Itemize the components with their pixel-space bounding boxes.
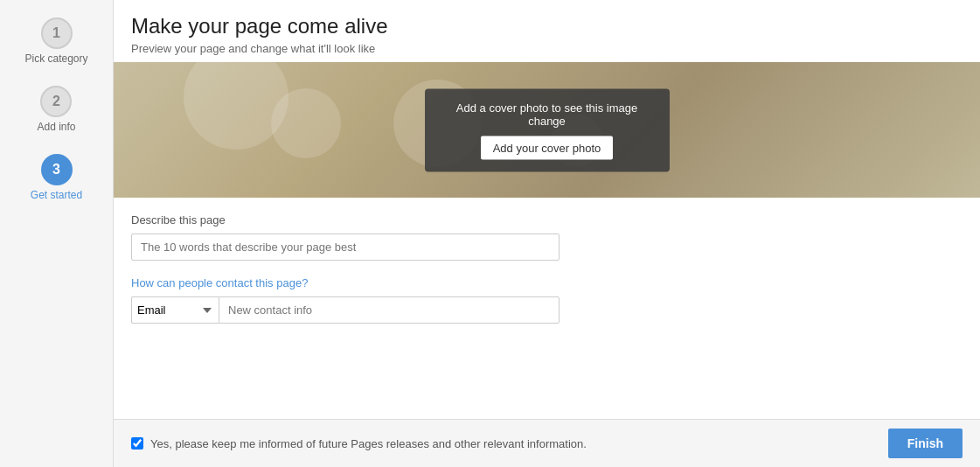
step-3[interactable]: 3 Get started [31, 154, 82, 201]
contact-input[interactable] [219, 296, 560, 324]
describe-input[interactable] [131, 234, 560, 261]
finish-button[interactable]: Finish [888, 429, 963, 458]
step-2[interactable]: 2 Add info [37, 86, 75, 133]
step-1[interactable]: 1 Pick category [24, 17, 87, 65]
add-cover-photo-button[interactable]: Add your cover photo [481, 136, 614, 159]
contact-label: How can people contact this page? [131, 276, 963, 289]
page-header: Make your page come alive Preview your p… [114, 0, 980, 62]
newsletter-checkbox-area: Yes, please keep me informed of future P… [131, 437, 587, 450]
contact-row: Email Phone Website [131, 296, 560, 324]
sidebar: 1 Pick category 2 Add info 3 Get started [0, 0, 114, 467]
describe-label: Describe this page [131, 213, 963, 227]
step-1-circle: 1 [41, 17, 73, 49]
cover-tooltip: Add a cover photo to see this image chan… [425, 88, 670, 171]
step-2-circle: 2 [40, 86, 72, 117]
step-2-label: Add info [37, 121, 75, 133]
cover-tooltip-text: Add a cover photo to see this image chan… [441, 101, 654, 127]
footer: Yes, please keep me informed of future P… [114, 419, 980, 467]
step-1-label: Pick category [24, 52, 87, 65]
page-title: Make your page come alive [131, 14, 963, 38]
main-content: Make your page come alive Preview your p… [114, 0, 980, 467]
newsletter-label: Yes, please keep me informed of future P… [150, 437, 587, 450]
newsletter-checkbox[interactable] [131, 437, 143, 450]
step-3-label: Get started [31, 189, 82, 201]
deco-circle-2 [271, 88, 341, 158]
form-area: Describe this page How can people contac… [114, 198, 980, 419]
cover-area: Add a cover photo to see this image chan… [114, 62, 980, 198]
page-subtitle: Preview your page and change what it'll … [131, 42, 963, 55]
contact-type-select[interactable]: Email Phone Website [131, 296, 219, 324]
step-3-circle: 3 [41, 154, 73, 185]
